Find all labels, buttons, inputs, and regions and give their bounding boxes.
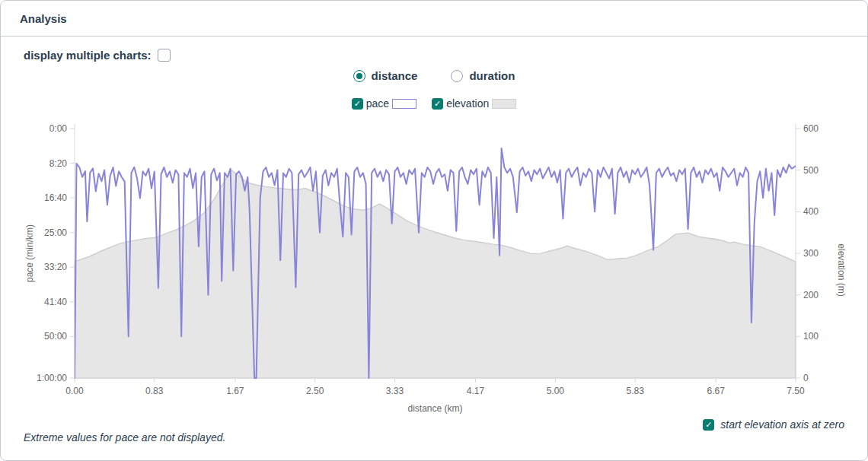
svg-text:25:00: 25:00 [44,227,67,238]
legend-item-elevation[interactable]: ✓ elevation [432,97,516,110]
svg-text:500: 500 [803,165,819,176]
svg-text:50:00: 50:00 [44,331,67,342]
svg-text:600: 600 [803,123,819,134]
start-elevation-row: ✓ start elevation axis at zero [703,418,844,431]
svg-text:2.50: 2.50 [306,386,324,396]
svg-text:0.83: 0.83 [145,386,164,396]
svg-text:200: 200 [803,290,819,300]
duration-radio-icon[interactable] [451,70,463,82]
display-multiple-charts-checkbox[interactable] [158,49,171,62]
analysis-panel: Analysis display multiple charts: distan… [0,0,868,461]
radio-option-distance[interactable]: distance [353,69,418,82]
distance-radio-icon[interactable] [353,70,365,82]
display-multiple-charts-label: display multiple charts: [24,49,152,62]
svg-text:0:00: 0:00 [49,123,68,134]
svg-text:1:00:00: 1:00:00 [37,373,67,383]
svg-text:1.67: 1.67 [226,386,244,396]
svg-text:33:20: 33:20 [44,262,67,272]
elevation-color-swatch [492,99,516,109]
pace-checkbox[interactable]: ✓ [352,98,363,110]
duration-radio-label: duration [469,69,515,82]
svg-text:distance (km): distance (km) [407,403,462,414]
start-elevation-checkbox[interactable]: ✓ [703,419,714,431]
elevation-checkbox[interactable]: ✓ [432,98,443,110]
panel-header: Analysis [1,1,867,37]
svg-text:pace (min/km): pace (min/km) [24,224,35,282]
svg-text:5.00: 5.00 [547,386,565,396]
svg-text:100: 100 [803,331,819,342]
svg-text:6.67: 6.67 [707,386,726,396]
chart-area: 0:008:2016:4025:0033:2041:4050:001:00:00… [1,119,868,415]
pace-label: pace [366,97,389,110]
svg-text:0.00: 0.00 [65,386,84,396]
svg-text:3.33: 3.33 [386,386,404,396]
legend-item-pace[interactable]: ✓ pace [352,97,416,110]
extreme-values-note: Extreme values for pace are not displaye… [24,431,225,444]
svg-text:0: 0 [803,373,809,383]
elevation-label: elevation [446,97,489,110]
svg-text:16:40: 16:40 [44,192,67,203]
x-axis-radio-group: distance duration [1,69,867,82]
svg-text:41:40: 41:40 [44,297,67,307]
svg-text:7.50: 7.50 [787,386,805,396]
radio-option-duration[interactable]: duration [451,69,515,82]
analysis-chart[interactable]: 0:008:2016:4025:0033:2041:4050:001:00:00… [1,119,868,415]
start-elevation-label: start elevation axis at zero [720,418,844,431]
display-multiple-charts-row: display multiple charts: [24,49,171,62]
svg-text:5.83: 5.83 [626,386,644,396]
pace-color-swatch [392,99,416,109]
svg-text:300: 300 [803,248,819,259]
svg-text:4.17: 4.17 [467,386,485,396]
svg-text:8:20: 8:20 [49,158,68,169]
panel-title: Analysis [20,12,67,25]
distance-radio-label: distance [372,69,418,82]
dataset-legend: ✓ pace ✓ elevation [1,97,867,110]
svg-text:400: 400 [803,206,819,217]
svg-text:elevation (m): elevation (m) [836,243,847,296]
